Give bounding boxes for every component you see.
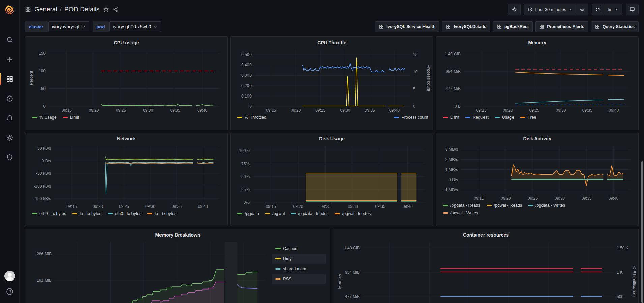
sidebar-item-server-admin[interactable]	[0, 149, 19, 165]
legend-swatch	[520, 117, 525, 118]
breadcrumb-section[interactable]: General	[34, 6, 57, 13]
chevron-down-icon	[615, 7, 619, 11]
dashboards-grid-icon	[379, 24, 384, 29]
sidebar	[0, 0, 20, 303]
svg-text:-50 kB/s: -50 kB/s	[36, 171, 51, 176]
dashboard-settings-button[interactable]	[508, 4, 521, 15]
refresh-interval-button[interactable]: 5s	[604, 4, 622, 15]
legend-item[interactable]: RSS	[272, 274, 326, 284]
dashboard-link-prometheus-alerts[interactable]: Prometheus Alerts	[535, 21, 588, 32]
sidebar-item-dashboards[interactable]	[0, 71, 19, 87]
zoom-out-button[interactable]	[576, 4, 588, 15]
legend-item[interactable]: Limit	[63, 114, 79, 120]
legend-item[interactable]: % Usage	[32, 114, 57, 120]
legend-item[interactable]: lo - rx bytes	[72, 211, 101, 217]
legend-item[interactable]: Dirty	[272, 254, 326, 264]
disk-activity-svg: 3 MB/s2 MB/s1 MB/s0 B/s-1 MB/s09:1509:20…	[439, 143, 636, 201]
breadcrumb-separator: /	[60, 6, 62, 13]
svg-text:09:15: 09:15	[62, 108, 72, 113]
legend-swatch	[108, 213, 113, 214]
panel-title[interactable]: Disk Usage	[233, 135, 430, 143]
svg-text:Memory: Memory	[337, 274, 342, 289]
legend-swatch	[275, 278, 281, 280]
variable-cluster: cluster ivory:ivorysql	[25, 21, 89, 32]
dashboard-link-pgbackrest[interactable]: pgBackRest	[493, 21, 533, 32]
legend-item[interactable]: Free	[520, 114, 536, 120]
svg-text:09:25: 09:25	[321, 204, 331, 209]
legend-item[interactable]: /pgwal	[265, 211, 285, 217]
legend-item[interactable]: eth0 - tx bytes	[108, 211, 142, 217]
sidebar-item-search[interactable]	[0, 32, 19, 48]
legend-swatch	[465, 117, 470, 118]
star-icon[interactable]	[103, 6, 109, 12]
legend-item[interactable]: /pgdata - Writes	[528, 202, 565, 209]
panel-title[interactable]: CPU Throttle	[233, 39, 430, 47]
legend-label: eth0 - rx bytes	[39, 211, 66, 217]
legend-item[interactable]: /pgdata - Reads	[443, 202, 480, 209]
svg-text:25%: 25%	[241, 187, 250, 192]
svg-text:0 B/s: 0 B/s	[42, 159, 51, 163]
legend-item[interactable]: lo - tx bytes	[147, 211, 176, 217]
legend-item[interactable]: /pgdata	[237, 211, 259, 217]
legend-swatch	[265, 213, 270, 214]
variable-pod-select[interactable]: ivorysql-00-z5wl-0	[109, 21, 161, 32]
legend-label: /pgdata	[245, 211, 259, 217]
dashboards-grid-icon	[6, 75, 13, 83]
dashboard-link-query-statistics[interactable]: Query Statistics	[591, 21, 639, 32]
sidebar-item-help[interactable]	[4, 287, 15, 296]
panel-container-resources: Container resources 477 MiB954 MiB1.40 G…	[333, 229, 639, 303]
page-header: General / POD Details Las	[25, 0, 639, 19]
panel-title[interactable]: Container resources	[336, 231, 636, 239]
legend-item[interactable]: /pgwal - Inodes	[335, 211, 371, 217]
panel-title[interactable]: Memory Breakdown	[28, 231, 327, 239]
template-variables: cluster ivory:ivorysql pod ivorysql-00-z…	[25, 21, 161, 32]
svg-text:09:20: 09:20	[291, 108, 301, 113]
panel-title[interactable]: Network	[28, 135, 225, 143]
panel-title[interactable]: Disk Activity	[439, 135, 636, 143]
legend-item[interactable]: eth0 - rx bytes	[32, 211, 66, 217]
user-avatar[interactable]	[4, 271, 15, 281]
legend-label: Cached	[283, 246, 297, 252]
legend-item[interactable]: Usage	[495, 114, 514, 120]
svg-text:0 B: 0 B	[455, 104, 461, 109]
legend-item[interactable]: Limit	[443, 114, 459, 120]
legend-item[interactable]: Cached	[272, 244, 326, 253]
cpu-throttle-chart: 00.1000.2000.3000.4000.50009:1509:2009:2…	[233, 47, 430, 113]
refresh-button[interactable]	[592, 4, 604, 15]
cpu-usage-svg: 05010015009:1509:2009:2509:3009:3509:40P…	[28, 47, 225, 113]
dashboard-link-ivorysql-service-health[interactable]: IvorySQL Service Health	[375, 21, 439, 32]
grafana-logo-icon[interactable]	[0, 0, 20, 20]
chevron-down-icon	[568, 7, 573, 11]
legend-item[interactable]: shared mem	[272, 264, 326, 274]
bell-icon	[6, 114, 13, 122]
dashboard-link-ivorysqldetails[interactable]: IvorySQLDetails	[442, 21, 490, 32]
panel-title[interactable]: CPU usage	[28, 39, 225, 47]
sidebar-item-create[interactable]	[0, 51, 19, 67]
legend-swatch	[32, 117, 37, 118]
time-range-button[interactable]: Last 30 minutes	[524, 4, 576, 15]
panel-title[interactable]: Memory	[439, 39, 636, 47]
sidebar-item-explore[interactable]	[0, 90, 19, 107]
legend-label: lo - rx bytes	[80, 211, 101, 217]
kiosk-mode-button[interactable]	[626, 4, 639, 15]
share-icon[interactable]	[112, 6, 118, 12]
legend-item[interactable]: Request	[465, 114, 489, 120]
page-title[interactable]: POD Details	[64, 6, 100, 13]
dashboard-grid-icon	[25, 6, 31, 12]
svg-text:0: 0	[250, 104, 252, 109]
legend-swatch	[32, 213, 37, 214]
disk-usage-chart: 0%25%50%75%100%09:1509:2009:2509:3009:35…	[233, 143, 430, 209]
sidebar-item-configuration[interactable]	[0, 130, 19, 146]
variable-cluster-select[interactable]: ivory:ivorysql	[48, 21, 89, 32]
svg-text:50 kB/s: 50 kB/s	[37, 146, 51, 151]
legend-item[interactable]: /pgwal - Reads	[487, 202, 522, 209]
legend-item[interactable]: /pgdata - Inodes	[291, 211, 328, 217]
panel-cpu-throttle: CPU Throttle 00.1000.2000.3000.4000.5000…	[230, 36, 433, 130]
legend-item[interactable]: % Throttled	[237, 114, 266, 120]
svg-text:09:30: 09:30	[143, 108, 153, 113]
legend-item[interactable]: Process count	[394, 114, 428, 120]
legend-item[interactable]: /pgwal - Writes	[443, 210, 478, 216]
scrollbar-thumb[interactable]	[641, 161, 643, 303]
sidebar-item-alerting[interactable]	[0, 110, 19, 126]
legend-swatch	[487, 205, 492, 206]
